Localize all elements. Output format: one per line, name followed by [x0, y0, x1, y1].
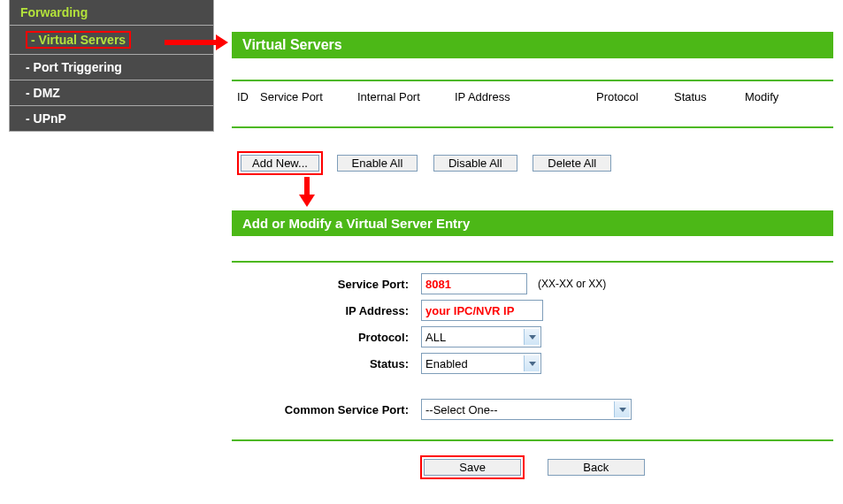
status-value: Enabled	[425, 357, 468, 370]
main-panel: Virtual Servers ID Service Port Internal…	[232, 32, 833, 479]
col-protocol: Protocol	[596, 90, 674, 103]
col-id: ID	[237, 90, 260, 103]
disable-all-button[interactable]: Disable All	[433, 155, 517, 172]
label-status: Status:	[232, 357, 421, 370]
col-service-port: Service Port	[260, 90, 357, 103]
sidebar-item-label: - DMZ	[26, 86, 60, 100]
back-button[interactable]: Back	[548, 459, 645, 476]
sidebar-item-label: - Virtual Servers	[31, 33, 126, 47]
col-internal-port: Internal Port	[357, 90, 455, 103]
divider	[232, 439, 833, 441]
common-port-value: --Select One--	[425, 403, 498, 416]
button-row: Add New... Enable All Disable All Delete…	[232, 144, 833, 187]
col-ip: IP Address	[455, 90, 596, 103]
protocol-select[interactable]: ALL	[421, 326, 541, 347]
sidebar: Forwarding - Virtual Servers - Port Trig…	[9, 0, 214, 132]
sidebar-item-upnp[interactable]: - UPnP	[10, 106, 213, 132]
service-port-hint: (XX-XX or XX)	[538, 278, 606, 290]
add-new-button[interactable]: Add New...	[241, 155, 319, 172]
col-modify: Modify	[745, 90, 778, 103]
sidebar-item-label: - UPnP	[26, 111, 66, 126]
page-title: Virtual Servers	[232, 32, 833, 58]
chevron-down-icon	[524, 329, 540, 345]
form-buttons: Save Back	[232, 452, 833, 479]
sidebar-header: Forwarding	[10, 0, 213, 26]
common-port-select[interactable]: --Select One--	[421, 399, 632, 420]
sidebar-item-dmz[interactable]: - DMZ	[10, 80, 213, 106]
enable-all-button[interactable]: Enable All	[337, 155, 418, 172]
sidebar-item-label: - Port Triggering	[26, 60, 122, 74]
delete-all-button[interactable]: Delete All	[533, 155, 611, 172]
highlight-box: Save	[420, 455, 525, 479]
sidebar-item-port-triggering[interactable]: - Port Triggering	[10, 55, 213, 80]
protocol-value: ALL	[425, 331, 446, 344]
table-header: ID Service Port Internal Port IP Address…	[232, 88, 833, 114]
label-ip: IP Address:	[232, 304, 421, 317]
arrow-to-form	[304, 177, 310, 196]
divider	[232, 261, 833, 263]
service-port-input[interactable]	[421, 273, 527, 294]
label-common-port: Common Service Port:	[232, 403, 421, 416]
divider	[232, 80, 833, 81]
form-title: Add or Modify a Virtual Server Entry	[232, 210, 833, 236]
highlight-box: Add New...	[237, 151, 323, 175]
divider	[232, 126, 833, 128]
status-select[interactable]: Enabled	[421, 353, 541, 374]
form: Service Port: (XX-XX or XX) IP Address: …	[232, 236, 833, 479]
ip-address-input[interactable]	[421, 300, 543, 321]
label-protocol: Protocol:	[232, 331, 421, 344]
save-button[interactable]: Save	[424, 459, 521, 476]
chevron-down-icon	[524, 355, 540, 371]
col-status: Status	[674, 90, 745, 103]
label-service-port: Service Port:	[232, 278, 421, 291]
chevron-down-icon	[614, 401, 630, 417]
arrow-to-title	[165, 40, 218, 45]
